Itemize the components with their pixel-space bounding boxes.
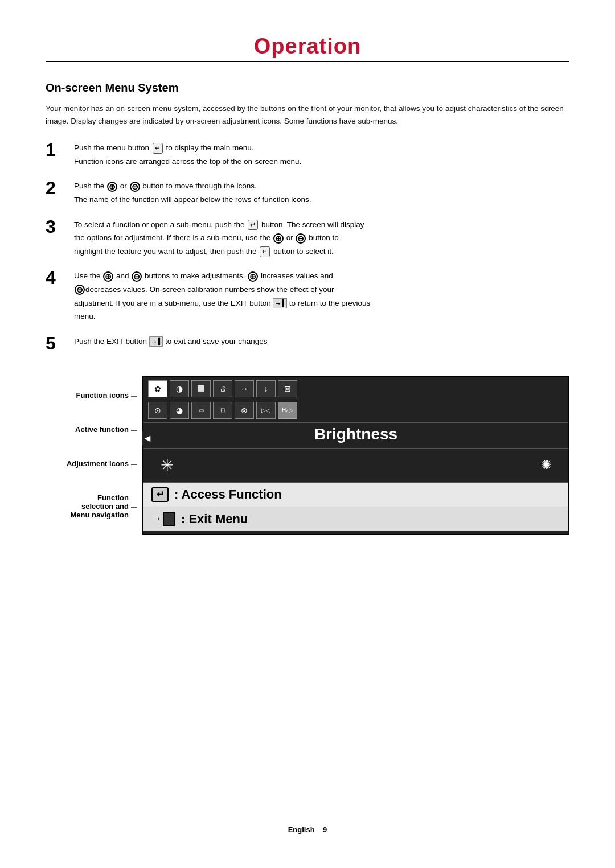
minus-icon-4: ⊖ (75, 285, 85, 295)
adjustment-icons-row: ✳ ✺ (144, 449, 568, 483)
vpos-icon: 🖨 (213, 380, 232, 397)
color-icon: ◕ (170, 402, 189, 419)
label-function-icons: Function icons (46, 391, 137, 400)
menu-button-icon: ↵ (153, 143, 163, 154)
step-3-number: 3 (46, 216, 74, 236)
plus-icon-3: ⊕ (103, 271, 113, 282)
step-4-text: Use the ⊕ and ⊖ buttons to make adjustme… (74, 268, 569, 323)
active-function-row: Brightness (144, 423, 568, 449)
section-title: On-screen Menu System (46, 81, 569, 94)
step-2-number: 2 (46, 178, 74, 197)
contrast-icon: ◑ (170, 380, 189, 397)
step-1-text: Push the menu button ↵ to display the ma… (74, 139, 569, 168)
page-title: Operation (46, 34, 569, 62)
hsize-icon: ⬜ (191, 380, 211, 397)
steps-container: 1 Push the menu button ↵ to display the … (46, 139, 569, 362)
plus-icon-4: ⊕ (248, 271, 258, 282)
left-arrow-icon: ◄ (142, 431, 153, 445)
function-icons-row-1: ✿ ◑ ⬜ 🖨 ↔ ↕ ⊠ ⊙ ◕ ▭ ⊡ ⊗ ▷◁ Hz▷ (144, 377, 568, 423)
active-function-name: Brightness (148, 425, 564, 443)
sun-small-icon: ✺ (541, 458, 551, 472)
minus-icon-2: ⊖ (296, 233, 306, 244)
step-5: 5 Push the EXIT button →▐ to exit and sa… (46, 333, 569, 362)
step-1-number: 1 (46, 139, 74, 159)
confirm-button-icon: ↵ (260, 246, 270, 257)
page-header: Operation (46, 34, 569, 64)
step-2-text: Push the ⊕ or ⊖ button to move through t… (74, 178, 569, 207)
step-3-text: To select a function or open a sub-menu,… (74, 216, 569, 259)
footer-page-number: 9 (323, 825, 327, 834)
monitor-mockup: ◄ ✿ ◑ ⬜ 🖨 ↔ ↕ ⊠ ⊙ ◕ ▭ ⊡ ⊗ ▷◁ Hz▷ (142, 376, 569, 535)
plus-icon-2: ⊕ (273, 233, 284, 244)
hz-icon: Hz▷ (278, 402, 297, 419)
step-4: 4 Use the ⊕ and ⊖ buttons to make adjust… (46, 268, 569, 323)
step-5-number: 5 (46, 333, 74, 352)
vsize-icon: ↕ (256, 380, 276, 397)
access-label: : Access Function (174, 487, 282, 502)
exit-row: → : Exit Menu (144, 507, 568, 531)
step-5-text: Push the EXIT button →▐ to exit and save… (74, 333, 569, 362)
exit-label: : Exit Menu (181, 512, 248, 526)
diagram-labels: Function icons Active function Adjustmen… (46, 376, 142, 535)
exit-arrow-icon: → (151, 513, 162, 525)
access-row: ↵ : Access Function (144, 483, 568, 507)
degauss-icon: ⊙ (148, 402, 167, 419)
label-function-selection: Function selection and Menu navigation (46, 493, 137, 519)
purity-icon: ⊗ (235, 402, 254, 419)
step-3: 3 To select a function or open a sub-men… (46, 216, 569, 259)
misc-icon: ▷◁ (256, 402, 276, 419)
rotate-icon: ⊡ (213, 402, 232, 419)
select-button-icon: ↵ (248, 220, 258, 231)
label-active-function: Active function (46, 425, 137, 434)
exit-box-icon (163, 512, 175, 526)
access-exit-row: ↵ : Access Function → : Exit Menu (144, 483, 568, 531)
step-4-number: 4 (46, 268, 74, 287)
step-2: 2 Push the ⊕ or ⊖ button to move through… (46, 178, 569, 207)
plus-icon: ⊕ (107, 182, 117, 192)
footer-language: English (288, 825, 315, 834)
sun-large-icon: ✳ (161, 456, 174, 475)
access-button-icon: ↵ (151, 487, 169, 502)
minus-icon-3: ⊖ (132, 271, 142, 282)
label-adjustment-icons: Adjustment icons (46, 459, 137, 468)
geometry-icon: ⊠ (278, 380, 297, 397)
minus-icon: ⊖ (130, 182, 140, 192)
hpos-icon: ↔ (235, 380, 254, 397)
intro-paragraph: Your monitor has an on-screen menu syste… (46, 102, 569, 127)
step-1: 1 Push the menu button ↵ to display the … (46, 139, 569, 168)
exit-button-icon: → (151, 512, 175, 526)
page-footer: English 9 (0, 825, 615, 834)
horiz-icon: ▭ (191, 402, 211, 419)
diagram-section: Function icons Active function Adjustmen… (46, 376, 569, 535)
brightness-icon: ✿ (148, 380, 167, 397)
